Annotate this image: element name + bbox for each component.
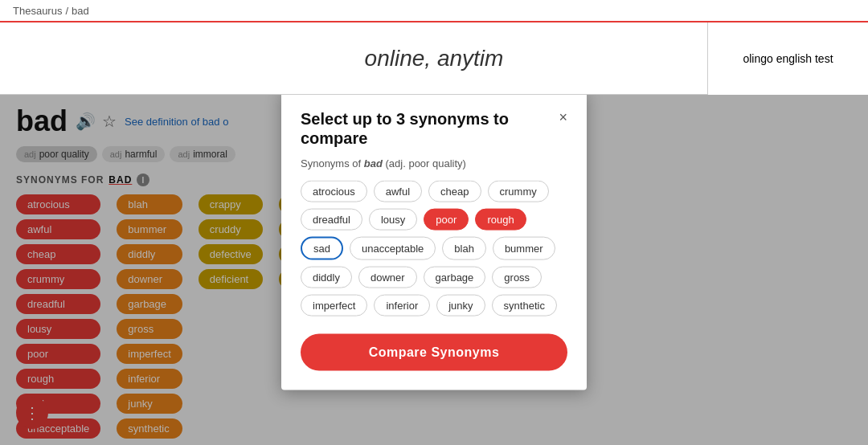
modal-chip-dreadful[interactable]: dreadful bbox=[301, 209, 362, 231]
modal-chip-crummy[interactable]: crummy bbox=[488, 181, 549, 202]
breadcrumb-separator: / bbox=[65, 5, 68, 17]
breadcrumb-thesaurus[interactable]: Thesaurus bbox=[13, 5, 62, 17]
modal-chip-row-4: diddly downer garbage gross bbox=[301, 267, 567, 288]
modal-close-button[interactable]: × bbox=[551, 109, 567, 126]
modal-chip-junky[interactable]: junky bbox=[436, 295, 485, 316]
modal-chip-row-1: atrocious awful cheap crummy bbox=[301, 181, 567, 202]
modal-chip-diddly[interactable]: diddly bbox=[301, 267, 352, 288]
modal-chip-row-5: imperfect inferior junky synthetic bbox=[301, 295, 567, 316]
modal-subtitle-suffix: (adj. poor quality) bbox=[383, 157, 466, 169]
modal: Select up to 3 synonyms to compare × Syn… bbox=[281, 95, 587, 390]
modal-chip-inferior[interactable]: inferior bbox=[374, 295, 430, 316]
modal-chip-row-3: sad unacceptable blah bummer bbox=[301, 237, 567, 260]
modal-subtitle-prefix: Synonyms of bbox=[301, 157, 364, 169]
ad-right: olingo english test bbox=[707, 22, 868, 95]
modal-chip-blah[interactable]: blah bbox=[442, 237, 486, 260]
modal-chip-lousy[interactable]: lousy bbox=[369, 209, 417, 231]
modal-chip-synthetic[interactable]: synthetic bbox=[492, 295, 557, 316]
main-content: bad 🔊 ☆ See definition of bad o adj poor… bbox=[0, 95, 868, 445]
modal-chip-rough[interactable]: rough bbox=[475, 209, 526, 231]
modal-subtitle: Synonyms of bad (adj. poor quality) bbox=[301, 157, 567, 169]
breadcrumb-word: bad bbox=[72, 5, 89, 17]
modal-chip-scroll[interactable]: atrocious awful cheap crummy dreadful lo… bbox=[301, 181, 567, 323]
modal-chip-bummer[interactable]: bummer bbox=[493, 237, 555, 260]
modal-chip-unacceptable[interactable]: unacceptable bbox=[350, 237, 436, 260]
modal-chip-awful[interactable]: awful bbox=[374, 181, 422, 202]
modal-chip-atrocious[interactable]: atrocious bbox=[301, 181, 367, 202]
modal-chip-imperfect[interactable]: imperfect bbox=[301, 295, 367, 316]
ad-banner: online, anytim olingo english test bbox=[0, 22, 868, 95]
modal-subtitle-word: bad bbox=[364, 157, 383, 169]
ad-right-text: olingo english test bbox=[743, 52, 833, 65]
compare-synonyms-button[interactable]: Compare Synonyms bbox=[301, 334, 567, 371]
modal-chip-cheap[interactable]: cheap bbox=[428, 181, 481, 202]
modal-chip-row-2: dreadful lousy poor rough bbox=[301, 209, 567, 231]
modal-chip-gross[interactable]: gross bbox=[492, 267, 542, 288]
modal-chip-poor[interactable]: poor bbox=[424, 209, 469, 231]
breadcrumb: Thesaurus / bad bbox=[0, 0, 868, 22]
modal-chip-downer[interactable]: downer bbox=[358, 267, 417, 288]
modal-chip-sad[interactable]: sad bbox=[301, 237, 343, 260]
modal-chip-garbage[interactable]: garbage bbox=[424, 267, 486, 288]
ad-text: online, anytim bbox=[365, 46, 504, 71]
modal-title: Select up to 3 synonyms to compare bbox=[301, 109, 551, 148]
modal-header: Select up to 3 synonyms to compare × bbox=[301, 109, 567, 148]
